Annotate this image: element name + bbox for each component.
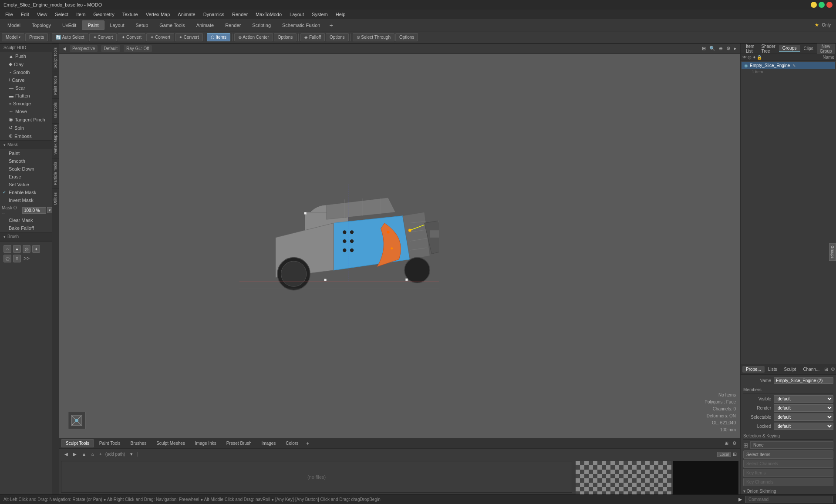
tool-smudge[interactable]: ≈Smudge [0,100,52,108]
vb-add-path-btn[interactable]: + [98,451,104,457]
render-select[interactable]: default [774,404,833,412]
menu-help[interactable]: Help [332,11,349,18]
tab-animate[interactable]: Animate [191,20,219,30]
side-tab-sculpt-tools[interactable]: Sculpt Tools [52,44,59,72]
name-input[interactable] [774,377,833,384]
viewport-canvas[interactable]: No Items Polygons : Face Channels: 0 Def… [59,54,740,438]
tool-smooth[interactable]: ~Smooth [0,68,52,76]
tab-preset-brush[interactable]: Preset Brush [222,439,256,447]
mask-erase[interactable]: Erase [0,173,52,181]
menu-file[interactable]: File [2,11,17,18]
tab-render[interactable]: Render [219,20,246,30]
side-tab-hair-tools[interactable]: Hair Tools [52,98,59,123]
brush-circle-icon[interactable]: ○ [3,245,11,253]
auto-select-button[interactable]: 🔄 Auto Select [52,33,88,41]
tool-move[interactable]: ↔Move [0,108,52,115]
tab-colors[interactable]: Colors [281,439,303,447]
model-dropdown[interactable]: Model ▾ [2,33,24,41]
tab-sculpt-props[interactable]: Sculpt [781,366,800,373]
action-center-button[interactable]: ⊕ Action Center [234,33,273,41]
tab-paint[interactable]: Paint [82,20,104,30]
side-tab-vertex-map-tools[interactable]: Vertex Map Tools [52,123,59,158]
status-arrow-icon[interactable]: ▶ [738,497,742,502]
mask-smooth[interactable]: Smooth [0,157,52,165]
mask-opacity-input[interactable] [22,207,46,214]
brush-text-icon[interactable]: T [13,255,21,262]
vb-forward-btn[interactable]: ▶ [71,451,78,457]
tab-properties[interactable]: Prope... [742,366,765,373]
groups-edge-tab[interactable]: Groups [829,243,836,261]
key-items-button[interactable]: Key Items [743,469,833,477]
add-tab-button[interactable]: + [326,20,336,30]
tab-image-inks[interactable]: Image Inks [190,439,221,447]
item-empty-slice-engine[interactable]: ◉ Empty_Slice_Engine ✎ [742,62,835,69]
tool-emboss[interactable]: ⊕Emboss [0,132,52,140]
onion-expand-icon[interactable]: ▾ [743,489,745,494]
keying-grid-icon[interactable]: ⊞ [743,442,748,449]
options-button-1[interactable]: Options [274,33,297,41]
tool-clay[interactable]: ◆Clay [0,60,52,68]
visible-select[interactable]: default [774,395,833,403]
brush-star-icon[interactable]: ✦ [32,245,40,253]
menu-select[interactable]: Select [51,11,72,18]
vb-grid-icon[interactable]: ⊞ [733,451,737,457]
clear-mask-btn[interactable]: Clear Mask [0,216,52,224]
tab-brushes[interactable]: Brushes [126,439,152,447]
tab-topology[interactable]: Topology [26,20,57,30]
maximize-button[interactable] [819,2,825,8]
menu-texture[interactable]: Texture [119,11,142,18]
perspective-label[interactable]: Perspective [70,45,98,52]
viewport-search-icon[interactable]: 🔍 [709,46,715,51]
menu-geometry[interactable]: Geometry [90,11,118,18]
convert-button-4[interactable]: ✦ Convert [175,33,203,41]
tab-groups[interactable]: Groups [779,45,800,52]
tab-sculpt-meshes[interactable]: Sculpt Meshes [152,439,190,447]
menu-maxtomodo[interactable]: MaxToModo [252,11,285,18]
side-tab-paint-tools[interactable]: Paint Tools [52,72,59,98]
tab-layout[interactable]: Layout [104,20,130,30]
vb-up-btn[interactable]: ▲ [80,451,88,457]
mask-scale-down[interactable]: Scale Down [0,165,52,173]
rb-expand-icon[interactable]: ⊞ [823,366,829,372]
menu-edit[interactable]: Edit [17,11,33,18]
tab-uvedit[interactable]: UvEdit [57,20,82,30]
tool-flatten[interactable]: ▬Flatten [0,92,52,100]
tab-shader-tree[interactable]: Shader Tree [758,44,779,54]
bottom-settings-icon[interactable]: ⚙ [731,440,738,446]
menu-system[interactable]: System [308,11,331,18]
viewport-zoom-icon[interactable]: ⊕ [719,46,723,51]
menu-view[interactable]: View [34,11,51,18]
menu-animate[interactable]: Animate [174,11,199,18]
mask-opacity-menu-btn[interactable]: ▾ [47,207,52,213]
render-mode-label[interactable]: Default [101,45,120,52]
tab-scripting[interactable]: Scripting [246,20,276,30]
new-group-button[interactable]: New Group [817,44,835,55]
viewport-maximize-icon[interactable]: ⊞ [702,46,706,51]
locked-select[interactable]: default [774,423,833,430]
presets-button[interactable]: Presets [25,33,48,41]
tab-schematic-fusion[interactable]: Schematic Fusion [276,20,326,30]
menu-dynamics[interactable]: Dynamics [200,11,228,18]
mask-section-header[interactable]: Mask [0,140,52,149]
tab-item-list[interactable]: Item List [742,44,758,54]
key-channels-button[interactable]: Key Channels [743,478,833,486]
local-btn[interactable]: Local [717,452,731,457]
convert-button-3[interactable]: ✦ Convert [146,33,174,41]
brush-pentagon-icon[interactable]: ⬠ [3,255,11,262]
convert-button-2[interactable]: ✦ Convert [118,33,145,41]
rt-render-icon[interactable]: ◎ [748,55,752,60]
menu-render[interactable]: Render [229,11,251,18]
options-button-3[interactable]: Options [395,33,418,41]
tab-setup[interactable]: Setup [130,20,154,30]
tool-tangent-pinch[interactable]: ◉Tangent Pinch [0,115,52,124]
rb-settings-icon[interactable]: ⚙ [829,366,836,372]
brush-dot-icon[interactable]: ● [13,245,21,253]
minimize-button[interactable] [811,2,817,8]
menu-vertex-map[interactable]: Vertex Map [142,11,174,18]
brush-ring-icon[interactable]: ◎ [23,245,30,253]
tab-paint-tools-bottom[interactable]: Paint Tools [94,439,125,447]
command-input[interactable] [745,496,833,503]
viewport-settings-icon[interactable]: ⚙ [726,46,731,51]
bottom-expand-icon[interactable]: ⊞ [723,440,730,446]
tab-sculpt-tools[interactable]: Sculpt Tools [61,439,94,447]
